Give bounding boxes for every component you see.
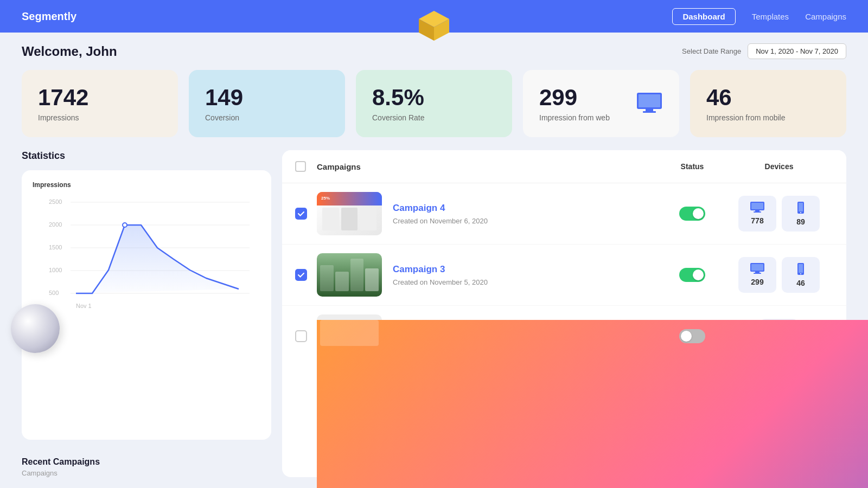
campaign-3-toggle[interactable] [679,268,705,282]
campaign-row-4: 25% Campaign 4 Created on November 6, 20… [282,183,846,245]
impressions-number: 1742 [38,85,162,110]
stat-card-conversion-rate: 8.5% Coversion Rate [356,70,512,137]
date-range-label: Select Date Range [682,47,741,55]
campaign-row-2: Campaign 2 Created on November 2, 2020 [282,306,846,367]
campaign-4-date: Created on November 6, 2020 [393,217,660,225]
campaign-3-status [660,268,725,282]
impression-web-number: 299 [539,85,610,110]
campaign-3-mobile-badge: 46 [782,257,820,293]
statistics-title: Statistics [22,150,271,162]
campaign-2-thumbnail [317,314,382,358]
campaign-3-thumb-inner [317,253,382,297]
svg-text:1000: 1000 [49,267,62,273]
navbar-links: Dashboard Templates Campaigns [672,8,846,25]
campaign-4-checkbox[interactable] [295,208,307,220]
campaigns-col-header: Campaigns [317,162,660,171]
table-header: Campaigns Status Devices [282,150,846,183]
impressions-label: Impressions [38,113,162,122]
header-checkbox[interactable] [295,161,306,172]
campaign-3-info: Campaign 3 Created on November 5, 2020 [393,264,660,286]
recent-campaigns-section: Recent Campaigns Campaigns [22,448,271,477]
impression-web-inner: 299 Impression from web [539,85,663,122]
impression-web-label: Impression from web [539,113,610,122]
svg-point-20 [123,223,126,227]
campaign-4-name: Campaign 4 [393,203,660,214]
svg-rect-33 [799,264,803,273]
stat-card-impression-mobile: 46 Impression from mobile [690,70,846,137]
svg-rect-31 [754,273,761,274]
campaign-4-info: Campaign 4 Created on November 6, 2020 [393,203,660,225]
recent-campaigns-sub: Campaigns [22,469,271,477]
nav-dashboard[interactable]: Dashboard [672,8,735,25]
bottom-section: Statistics Impressions 2500 2000 1500 10… [22,150,846,477]
campaign-4-status [660,207,725,221]
left-panel: Statistics Impressions 2500 2000 1500 10… [22,150,271,477]
date-range-input[interactable]: Nov 1, 2020 - Nov 7, 2020 [748,43,846,59]
svg-rect-24 [754,211,761,213]
impression-mobile-number: 46 [706,85,830,110]
chart-inner: 2500 2000 1500 1000 500 Nov 1 [33,194,260,313]
campaign-2-toggle-knob [681,331,692,342]
conversion-rate-label: Coversion Rate [372,113,496,122]
svg-rect-4 [639,94,660,107]
stat-card-impression-web: 299 Impression from web [523,70,679,137]
chart-container: Impressions 2500 2000 1500 1000 500 [22,170,271,440]
campaign-4-web-badge: 778 [738,196,776,232]
campaign-3-checkbox[interactable] [295,269,307,281]
svg-rect-30 [755,272,760,273]
svg-rect-29 [751,264,763,271]
svg-text:1500: 1500 [49,244,62,251]
campaign-row-3: Campaign 3 Created on November 5, 2020 [282,245,846,306]
svg-text:500: 500 [49,290,59,296]
campaign-3-name: Campaign 3 [393,264,660,275]
welcome-heading: Welcome, John [22,44,117,59]
conversion-label: Coversion [205,113,329,122]
campaign-4-devices: 778 89 [725,196,833,232]
campaign-4-toggle-knob [693,208,704,219]
svg-point-27 [800,212,801,213]
campaign-3-date: Created on November 5, 2020 [393,278,660,286]
svg-rect-6 [643,111,656,113]
svg-marker-18 [76,225,239,293]
conversion-rate-number: 8.5% [372,85,496,110]
campaign-4-mobile-count: 89 [796,217,805,226]
sphere-decoration [11,304,60,353]
campaign-3-web-badge: 299 [738,257,776,293]
stat-cards: 1742 Impressions 149 Coversion 8.5% Cove… [22,70,846,137]
campaign-2-checkbox[interactable] [295,330,307,342]
campaign-3-web-count: 299 [751,278,763,286]
navbar: Segmently Dashboard Templates Campaigns [0,0,868,33]
recent-campaigns-title: Recent Campaigns [22,457,271,467]
stat-card-conversion: 149 Coversion [189,70,345,137]
campaign-4-toggle[interactable] [679,207,705,221]
main-content: Welcome, John Select Date Range Nov 1, 2… [0,33,868,488]
monitor-icon-web [636,92,663,115]
conversion-number: 149 [205,85,329,110]
date-range-container: Select Date Range Nov 1, 2020 - Nov 7, 2… [682,43,846,59]
cube-decoration [412,5,456,49]
campaign-4-thumb-inner: 25% [317,192,382,235]
campaign-4-mobile-badge: 89 [782,196,820,232]
stat-card-impressions: 1742 Impressions [22,70,178,137]
campaign-3-thumbnail [317,253,382,297]
svg-rect-22 [751,203,763,209]
campaign-2-toggle[interactable] [679,329,705,343]
nav-templates[interactable]: Templates [752,12,789,21]
svg-text:2000: 2000 [49,221,62,228]
svg-point-34 [800,273,801,274]
impression-mobile-label: Impression from mobile [706,113,830,122]
impression-web-text: 299 Impression from web [539,85,610,122]
chart-y-label: Impressions [33,181,260,189]
svg-text:Nov 1: Nov 1 [76,303,92,309]
campaign-4-thumbnail: 25% [317,192,382,235]
svg-rect-26 [799,203,803,211]
nav-campaigns[interactable]: Campaigns [805,12,846,21]
brand-logo: Segmently [22,10,672,23]
svg-text:2500: 2500 [49,198,62,205]
status-col-header: Status [660,162,725,171]
campaign-4-web-count: 778 [751,216,763,225]
campaigns-table: Campaigns Status Devices 25% [282,150,846,477]
campaign-3-mobile-count: 46 [796,279,805,287]
svg-rect-5 [646,109,653,111]
campaign-2-thumb-inner [317,320,382,358]
